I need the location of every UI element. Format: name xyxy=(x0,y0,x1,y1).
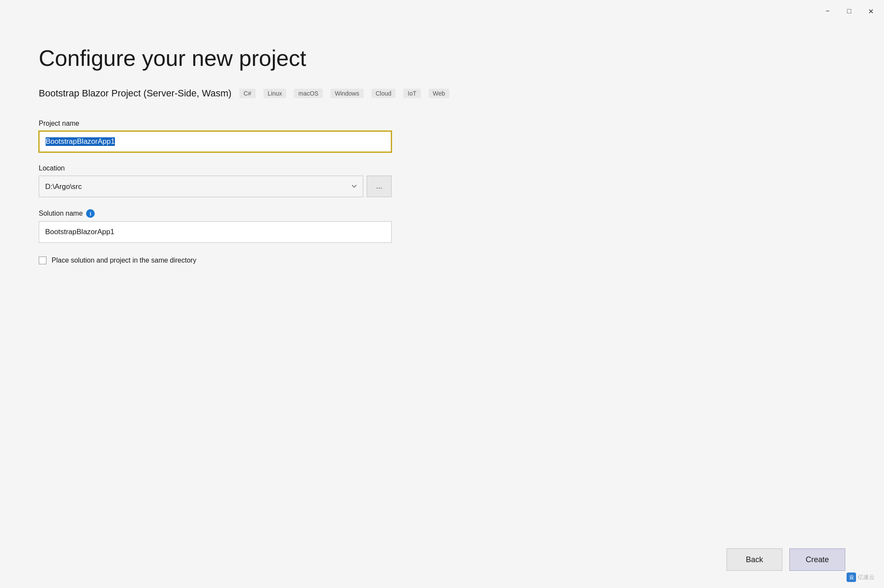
watermark: 云 亿速云 xyxy=(847,573,875,582)
project-type-row: Bootstrap Blazor Project (Server-Side, W… xyxy=(39,88,845,99)
create-button[interactable]: Create xyxy=(789,548,845,571)
solution-name-label: Solution name i xyxy=(39,209,392,218)
location-label: Location xyxy=(39,164,392,172)
back-button[interactable]: Back xyxy=(726,548,782,571)
main-content: Configure your new project Bootstrap Bla… xyxy=(0,22,884,588)
project-name-group: Project name xyxy=(39,120,392,152)
project-name-label: Project name xyxy=(39,120,392,127)
same-directory-row: Place solution and project in the same d… xyxy=(39,257,392,264)
close-button[interactable]: ✕ xyxy=(866,6,875,16)
location-select[interactable]: D:\Argo\src xyxy=(39,176,363,197)
page-title: Configure your new project xyxy=(39,46,845,71)
browse-button[interactable]: ... xyxy=(367,176,392,197)
project-name-input[interactable] xyxy=(39,131,392,152)
project-type-name: Bootstrap Blazor Project (Server-Side, W… xyxy=(39,88,232,99)
form-section: Project name Location D:\Argo\src ... So… xyxy=(39,120,392,264)
tag-iot: IoT xyxy=(403,89,420,98)
watermark-icon: 云 xyxy=(847,573,856,582)
minimize-button[interactable]: − xyxy=(823,6,832,16)
same-directory-checkbox[interactable] xyxy=(39,257,46,264)
maximize-button[interactable]: □ xyxy=(844,6,854,16)
same-directory-label[interactable]: Place solution and project in the same d… xyxy=(52,257,196,264)
watermark-text: 亿速云 xyxy=(858,573,875,581)
tag-cloud: Cloud xyxy=(371,89,396,98)
tag-linux: Linux xyxy=(263,89,286,98)
location-group: Location D:\Argo\src ... xyxy=(39,164,392,197)
solution-name-group: Solution name i xyxy=(39,209,392,243)
tag-windows: Windows xyxy=(331,89,364,98)
tag-csharp: C# xyxy=(239,89,256,98)
location-row: D:\Argo\src ... xyxy=(39,176,392,197)
main-window: − □ ✕ Configure your new project Bootstr… xyxy=(0,0,884,588)
solution-name-input[interactable] xyxy=(39,221,392,243)
solution-name-info-icon[interactable]: i xyxy=(86,209,95,218)
bottom-bar: Back Create xyxy=(726,548,845,571)
tag-web: Web xyxy=(429,89,450,98)
tag-macos: macOS xyxy=(294,89,323,98)
title-bar: − □ ✕ xyxy=(0,0,884,22)
